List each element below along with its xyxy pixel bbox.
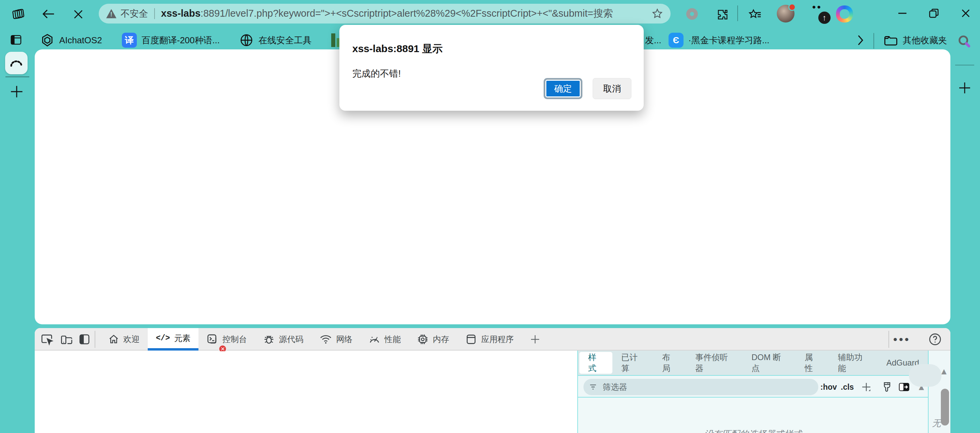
stop-loading-button[interactable]: [73, 9, 84, 20]
toolbar-divider: [95, 331, 95, 348]
bookmarks-divider: [873, 33, 874, 49]
elements-icon: </>: [156, 334, 170, 343]
devtools-tabs: 欢迎 </> 元素 ✕ 控制台 源代码: [100, 328, 548, 351]
new-style-rule-button[interactable]: [861, 376, 872, 398]
extensions-puzzle-icon[interactable]: [716, 8, 729, 21]
bookmark-baidu-translate[interactable]: 译 百度翻译-200种语...: [122, 33, 220, 48]
favorite-star-icon[interactable]: [652, 8, 663, 19]
tab-memory[interactable]: 内存: [409, 328, 457, 351]
alert-dialog: xss-labs:8891 显示 完成的不错! 确定 取消: [339, 25, 644, 111]
new-tab-button[interactable]: [10, 85, 24, 99]
bookmark-course[interactable]: Є ·黑金卡课程学习路...: [668, 29, 769, 51]
styles-filter[interactable]: [584, 379, 818, 395]
restore-button[interactable]: [928, 8, 940, 19]
rendering-brush-icon[interactable]: [881, 376, 892, 398]
styles-sidebar: 样式 已计算 布局 事件侦听器 DOM 断点 属性 辅助功能 AdGuard :…: [578, 351, 928, 433]
globe-icon: [239, 33, 254, 47]
alert-ok-button[interactable]: 确定: [544, 78, 582, 99]
tab-label: 性能: [384, 334, 401, 345]
back-button[interactable]: [41, 8, 55, 20]
tab-label: 欢迎: [123, 334, 140, 345]
tab-label: 控制台: [222, 334, 247, 345]
bookmark-label: 百度翻译-200种语...: [142, 34, 220, 46]
side-filter-pill[interactable]: [909, 364, 942, 387]
tab-elements[interactable]: </> 元素: [148, 328, 199, 351]
tab-dom-breakpoints[interactable]: DOM 断点: [743, 352, 796, 374]
bookmark-label: AIchatOS2: [59, 35, 102, 46]
styles-sidebar-tabs: 样式 已计算 布局 事件侦听器 DOM 断点 属性 辅助功能 AdGuard: [578, 351, 928, 375]
active-tab-favicon[interactable]: [5, 52, 27, 74]
tab-label: 应用程序: [481, 334, 514, 345]
devtools-toolbar: 欢迎 </> 元素 ✕ 控制台 源代码: [35, 328, 950, 351]
url-text[interactable]: xss-labs:8891/level7.php?keyword=">+<sCs…: [161, 7, 648, 21]
tab-performance[interactable]: 性能: [361, 328, 409, 351]
inspect-element-icon[interactable]: [41, 333, 54, 345]
dock-side-icon[interactable]: [78, 333, 91, 345]
device-toolbar-icon[interactable]: [60, 333, 73, 345]
sidebar-panel-icon[interactable]: [10, 34, 22, 45]
scrollbar-thumb[interactable]: [941, 389, 949, 425]
not-secure-warning-icon[interactable]: [106, 9, 116, 18]
more-tools-add-button[interactable]: [522, 328, 548, 351]
tab-label: 元素: [174, 333, 190, 344]
sidebar-divider: [955, 65, 974, 66]
tab-layout[interactable]: 布局: [653, 352, 686, 374]
filter-icon: [589, 383, 597, 391]
tab-label: 网络: [336, 334, 352, 345]
extension-ring-icon[interactable]: [686, 8, 698, 20]
side-none-label: 无: [932, 417, 941, 429]
close-button[interactable]: [960, 8, 972, 19]
alert-cancel-button[interactable]: 取消: [593, 78, 632, 99]
bookmark-label: 在线安全工具: [258, 34, 312, 46]
workspaces-icon[interactable]: [11, 8, 24, 21]
tab-application[interactable]: 应用程序: [457, 328, 522, 351]
copilot-icon[interactable]: [836, 5, 853, 22]
tab-network[interactable]: 网络: [312, 328, 361, 351]
tab-properties[interactable]: 属性: [796, 352, 829, 374]
bookmark-security-tools[interactable]: 在线安全工具: [239, 33, 312, 47]
course-icon: Є: [668, 33, 684, 48]
bookmark-clipped[interactable]: 发...: [645, 29, 662, 51]
toolbar-divider: [737, 5, 738, 21]
styles-filter-input[interactable]: [602, 382, 813, 392]
toggle-element-state-icon[interactable]: [898, 376, 910, 398]
tab-accessibility[interactable]: 辅助功能: [829, 352, 878, 374]
tab-computed[interactable]: 已计算: [612, 352, 653, 374]
wifi-icon: [320, 334, 332, 345]
update-available-icon[interactable]: ↑: [818, 11, 830, 24]
tab-console[interactable]: ✕ 控制台: [199, 328, 255, 351]
bookmark-aichatos[interactable]: AIchatOS2: [40, 33, 102, 47]
styles-empty-message: 没有匹配的选择器或样式: [578, 398, 928, 433]
minimize-button[interactable]: [897, 8, 908, 19]
devtools-help-button[interactable]: [928, 328, 942, 351]
security-label[interactable]: 不安全: [121, 8, 148, 20]
address-bar[interactable]: 不安全 xss-labs:8891/level7.php?keyword=">+…: [99, 4, 671, 24]
tab-sources[interactable]: 源代码: [255, 328, 312, 351]
sidebar-add-icon[interactable]: [958, 81, 972, 95]
translate-icon: 译: [122, 33, 137, 48]
chip-icon: [417, 334, 428, 345]
console-icon: ✕: [207, 334, 218, 345]
elements-tree-pane[interactable]: [35, 351, 577, 433]
tab-label: 源代码: [279, 334, 303, 345]
other-favorites-folder[interactable]: 其他收藏夹: [884, 29, 947, 51]
url-host: xss-labs: [161, 8, 200, 19]
alert-title: xss-labs:8891 显示: [352, 42, 631, 56]
class-toggle-button[interactable]: .cls: [841, 376, 854, 398]
home-icon: [108, 334, 119, 345]
settings-menu-icon[interactable]: ••: [812, 5, 828, 11]
sidebar-search-icon[interactable]: [956, 34, 972, 49]
collapsed-side-pane: ▲ 无 a ▶ a: [928, 351, 950, 433]
bookmark-label: ·黑金卡课程学习路...: [688, 34, 769, 46]
styles-filter-row: :hov .cls ▲: [578, 375, 928, 398]
tab-welcome[interactable]: 欢迎: [100, 328, 148, 351]
bookmarks-overflow-chevron[interactable]: [855, 29, 865, 51]
pseudo-state-button[interactable]: :hov: [820, 376, 837, 398]
url-path: :8891/level7.php?keyword=">+<sCscriptrip…: [200, 8, 613, 19]
tab-styles[interactable]: 样式: [579, 352, 612, 374]
devtools-more-options[interactable]: •••: [893, 328, 910, 351]
favorites-hub-icon[interactable]: [748, 8, 762, 21]
devtools-panel: 欢迎 </> 元素 ✕ 控制台 源代码: [35, 328, 950, 433]
side-scroll-up-button[interactable]: ▲: [940, 366, 948, 377]
tab-event-listeners[interactable]: 事件侦听器: [686, 352, 742, 374]
